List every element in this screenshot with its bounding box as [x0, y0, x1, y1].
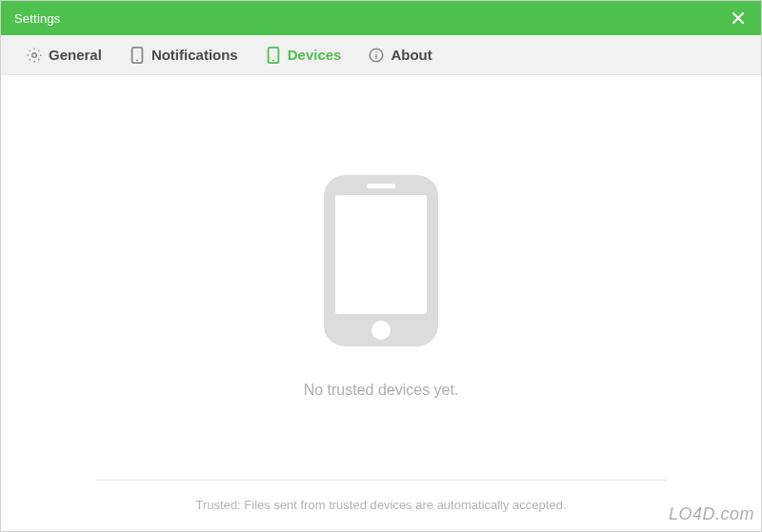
- svg-point-11: [371, 321, 391, 340]
- svg-rect-10: [367, 184, 395, 188]
- svg-rect-9: [335, 195, 427, 314]
- tab-general[interactable]: General: [12, 35, 115, 75]
- empty-state-text: No trusted devices yet.: [304, 382, 459, 399]
- gear-icon: [26, 47, 43, 64]
- svg-point-7: [376, 50, 378, 52]
- settings-window: Settings General Notifi: [0, 0, 762, 532]
- phone-small-icon: [129, 47, 146, 64]
- titlebar: Settings: [1, 1, 761, 35]
- footer: Trusted: Files sent from trusted devices…: [1, 480, 761, 512]
- close-button[interactable]: [729, 9, 748, 28]
- footer-help-text: Trusted: Files sent from trusted devices…: [196, 498, 567, 512]
- tab-about-label: About: [391, 47, 431, 63]
- close-icon: [732, 11, 745, 25]
- tab-devices-label: Devices: [288, 47, 342, 63]
- window-title: Settings: [14, 11, 61, 26]
- svg-point-2: [136, 59, 138, 61]
- tab-devices[interactable]: Devices: [251, 35, 355, 75]
- content-area: No trusted devices yet. Trusted: Files s…: [1, 75, 761, 531]
- tab-general-label: General: [49, 47, 102, 63]
- tab-notifications[interactable]: Notifications: [115, 35, 251, 75]
- tabbar: General Notifications Devices: [1, 35, 761, 75]
- divider: [95, 480, 667, 481]
- phone-large-icon: [319, 170, 443, 355]
- tab-about[interactable]: About: [354, 35, 445, 75]
- tab-notifications-label: Notifications: [151, 47, 238, 63]
- svg-point-0: [32, 52, 37, 57]
- svg-point-4: [272, 59, 274, 61]
- phone-small-icon: [265, 47, 282, 64]
- info-icon: [368, 47, 385, 64]
